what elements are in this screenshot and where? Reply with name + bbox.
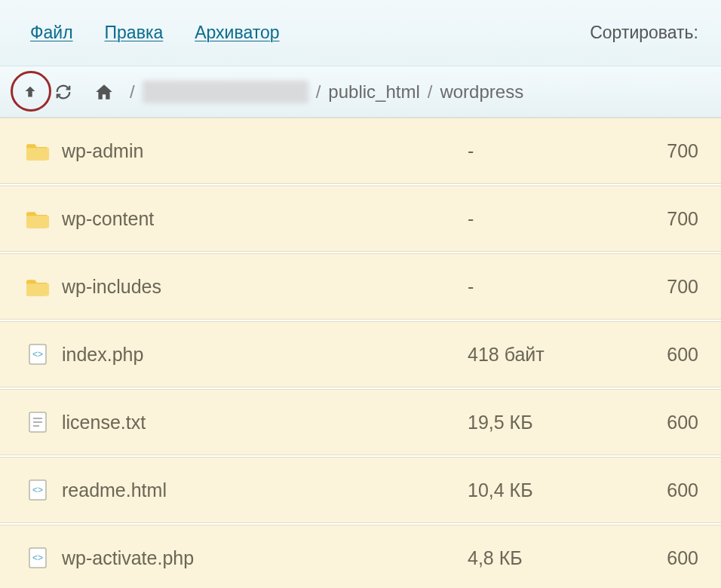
list-item[interactable]: <> readme.html 10,4 КБ 600	[0, 457, 721, 523]
file-name: wp-content	[56, 208, 468, 230]
sort-label[interactable]: Сортировать:	[590, 23, 698, 43]
up-button[interactable]	[14, 75, 47, 109]
svg-text:<>: <>	[32, 485, 43, 495]
file-size: 4,8 КБ	[468, 547, 618, 569]
file-perm: 700	[618, 276, 701, 298]
file-name: readme.html	[56, 479, 468, 501]
list-item[interactable]: wp-content - 700	[0, 185, 721, 252]
breadcrumb-sep: /	[130, 81, 135, 103]
breadcrumb-seg-2[interactable]: wordpress	[440, 81, 523, 103]
home-button[interactable]	[87, 75, 121, 109]
file-perm: 600	[618, 344, 701, 366]
svg-text:<>: <>	[32, 349, 43, 360]
menu-left: Файл Правка Архиватор	[30, 23, 590, 43]
folder-icon	[20, 209, 56, 228]
refresh-button[interactable]	[47, 75, 80, 109]
file-size: -	[468, 140, 618, 162]
file-perm: 700	[618, 140, 701, 162]
list-item[interactable]: <> wp-activate.php 4,8 КБ 600	[0, 525, 721, 588]
breadcrumb-sep: /	[428, 81, 433, 103]
file-perm: 600	[618, 479, 701, 501]
file-perm: 600	[618, 547, 701, 569]
list-item[interactable]: wp-admin - 700	[0, 118, 721, 184]
svg-text:<>: <>	[32, 553, 43, 563]
list-item[interactable]: license.txt 19,5 КБ 600	[0, 389, 721, 455]
menu-file[interactable]: Файл	[30, 23, 73, 43]
file-size: 418 байт	[468, 344, 618, 366]
file-size: -	[468, 276, 618, 298]
menu-edit[interactable]: Правка	[105, 23, 164, 43]
breadcrumb-blurred	[143, 81, 308, 103]
file-list: wp-admin - 700 wp-content - 700 wp-inclu…	[0, 118, 721, 588]
home-icon	[94, 82, 114, 102]
toolbar: / / public_html / wordpress	[0, 66, 721, 118]
menu-archiver[interactable]: Архиватор	[195, 23, 279, 43]
text-file-icon	[20, 412, 56, 433]
refresh-icon	[55, 84, 72, 100]
folder-icon	[20, 277, 56, 296]
list-item[interactable]: wp-includes - 700	[0, 253, 721, 320]
code-file-icon: <>	[20, 479, 56, 501]
file-name: wp-activate.php	[56, 547, 468, 569]
file-name: index.php	[56, 344, 468, 366]
code-file-icon: <>	[20, 547, 56, 568]
file-name: wp-admin	[56, 140, 468, 162]
file-size: -	[468, 208, 618, 230]
file-name: wp-includes	[56, 276, 468, 298]
breadcrumb-seg-1[interactable]: public_html	[328, 81, 419, 103]
file-name: license.txt	[56, 412, 468, 433]
file-perm: 600	[618, 412, 701, 433]
file-size: 19,5 КБ	[468, 412, 618, 433]
file-size: 10,4 КБ	[468, 479, 618, 501]
menu-bar: Файл Правка Архиватор Сортировать:	[0, 0, 721, 66]
folder-icon	[20, 141, 56, 161]
breadcrumb[interactable]: / / public_html / wordpress	[127, 81, 523, 103]
breadcrumb-sep: /	[316, 81, 321, 103]
code-file-icon: <>	[20, 344, 56, 365]
arrow-up-icon	[22, 84, 38, 100]
file-perm: 700	[618, 208, 701, 230]
list-item[interactable]: <> index.php 418 байт 600	[0, 321, 721, 387]
